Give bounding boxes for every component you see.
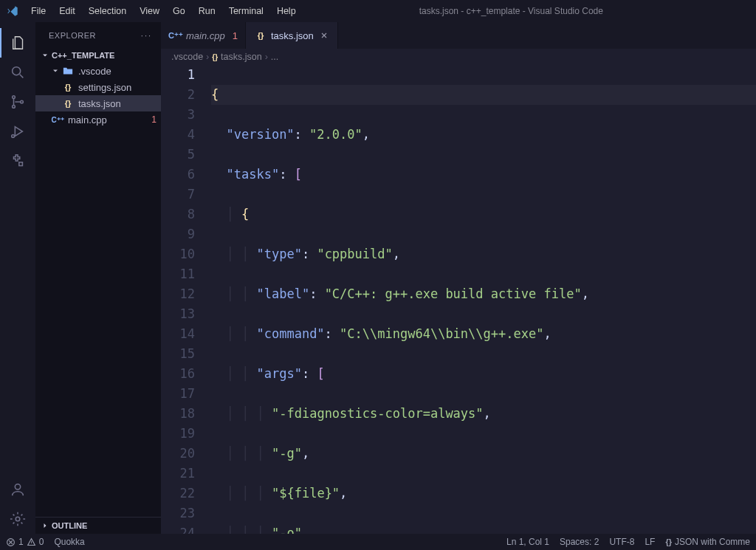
file-label: main.cpp (68, 114, 151, 126)
status-eol[interactable]: LF (645, 537, 655, 547)
run-debug-icon[interactable] (0, 117, 35, 146)
menu-terminal[interactable]: Terminal (223, 3, 269, 19)
line-number: 12 (161, 284, 195, 304)
line-number: 17 (161, 384, 195, 404)
title-bar: File Edit Selection View Go Run Terminal… (0, 0, 756, 22)
json-file-icon: {} (62, 97, 74, 109)
outline-section[interactable]: OUTLINE (35, 517, 161, 534)
status-bar: 1 0 Quokka Ln 1, Col 1 Spaces: 2 UTF-8 L… (0, 534, 756, 550)
menu-view[interactable]: View (134, 3, 165, 19)
extensions-icon[interactable] (0, 146, 35, 176)
file-label: tasks.json (78, 98, 161, 109)
line-number: 5 (161, 145, 195, 165)
line-number: 10 (161, 244, 195, 264)
project-section[interactable]: C++_TEMPLATE (35, 48, 161, 63)
chevron-down-icon (50, 66, 61, 76)
search-icon[interactable] (0, 58, 35, 87)
status-spaces[interactable]: Spaces: 2 (560, 537, 599, 547)
line-number: 13 (161, 304, 195, 324)
json-file-icon: {} (665, 537, 672, 546)
breadcrumb-item[interactable]: .vscode (171, 52, 203, 62)
line-number: 18 (161, 404, 195, 424)
svg-point-0 (13, 67, 21, 75)
line-number: 16 (161, 364, 195, 384)
error-count: 1 (18, 537, 24, 547)
line-number: 15 (161, 344, 195, 364)
vscode-logo-icon (6, 4, 19, 18)
menu-file[interactable]: File (25, 3, 52, 19)
explorer-icon[interactable] (0, 28, 35, 58)
source-control-icon[interactable] (0, 87, 35, 117)
line-number: 3 (161, 105, 195, 125)
warning-count: 0 (39, 537, 44, 547)
explorer-sidebar: EXPLORER ··· C++_TEMPLATE .vscode {} set… (35, 22, 161, 534)
svg-point-1 (13, 96, 16, 99)
line-number: 14 (161, 324, 195, 344)
line-number: 9 (161, 224, 195, 244)
status-encoding[interactable]: UTF-8 (609, 537, 634, 547)
line-number: 23 (161, 503, 195, 523)
status-problems[interactable]: 1 0 (6, 537, 44, 547)
chevron-right-icon: › (265, 52, 268, 62)
json-file-icon: {} (212, 53, 218, 61)
code-editor[interactable]: 1 2 3 4 5 6 7 8 9 10 11 12 13 14 15 16 1… (161, 65, 756, 534)
folder-vscode[interactable]: .vscode (35, 63, 161, 79)
file-tree: .vscode {} settings.json {} tasks.json C… (35, 63, 161, 128)
tab-label: main.cpp (186, 30, 225, 41)
outline-label: OUTLINE (52, 521, 87, 530)
line-gutter: 1 2 3 4 5 6 7 8 9 10 11 12 13 14 15 16 1… (161, 65, 211, 534)
editor-area: C⁺⁺ main.cpp 1 {} tasks.json .vscode › {… (161, 22, 756, 534)
activity-bar (0, 22, 35, 534)
file-tasks-json[interactable]: {} tasks.json (35, 95, 161, 111)
breadcrumb-item[interactable]: ... (271, 52, 278, 62)
status-lncol[interactable]: Ln 1, Col 1 (506, 537, 549, 547)
file-settings-json[interactable]: {} settings.json (35, 79, 161, 95)
json-file-icon: {} (255, 30, 267, 41)
breadcrumbs[interactable]: .vscode › {} tasks.json › ... (161, 49, 756, 65)
line-number: 4 (161, 125, 195, 145)
editor-tabs: C⁺⁺ main.cpp 1 {} tasks.json (161, 22, 756, 49)
folder-label: .vscode (78, 66, 161, 77)
breadcrumb-item[interactable]: tasks.json (221, 52, 262, 62)
file-main-cpp[interactable]: C⁺⁺ main.cpp 1 (35, 111, 161, 128)
chevron-right-icon: › (206, 52, 209, 62)
file-label: settings.json (78, 82, 161, 93)
chevron-down-icon (40, 50, 50, 61)
project-name: C++_TEMPLATE (52, 51, 114, 60)
status-quokka[interactable]: Quokka (54, 537, 84, 547)
language-label: JSON with Comme (675, 537, 750, 547)
explorer-more-icon[interactable]: ··· (141, 31, 152, 40)
line-number: 1 (161, 65, 195, 85)
svg-point-5 (15, 484, 20, 489)
svg-point-4 (12, 135, 15, 138)
line-number: 7 (161, 185, 195, 204)
line-number: 2 (161, 85, 195, 105)
folder-icon (62, 65, 74, 77)
svg-point-2 (13, 106, 16, 109)
svg-point-3 (21, 100, 24, 103)
tab-label: tasks.json (271, 30, 314, 41)
close-icon[interactable] (318, 31, 330, 40)
menu-go[interactable]: Go (167, 3, 191, 19)
line-number: 21 (161, 464, 195, 484)
explorer-title: EXPLORER (49, 31, 96, 40)
menu-edit[interactable]: Edit (53, 3, 81, 19)
status-language[interactable]: {} JSON with Comme (665, 537, 750, 547)
explorer-header: EXPLORER ··· (35, 22, 161, 48)
tab-tasks-json[interactable]: {} tasks.json (246, 22, 338, 49)
menu-selection[interactable]: Selection (83, 3, 132, 19)
window-title: tasks.json - c++_template - Visual Studi… (272, 6, 750, 16)
line-number: 8 (161, 204, 195, 224)
line-number: 11 (161, 264, 195, 284)
code-body[interactable]: { "version": "2.0.0", "tasks": [ │ { │ │… (211, 65, 756, 534)
line-number: 19 (161, 424, 195, 444)
line-number: 24 (161, 523, 195, 534)
cpp-file-icon: C⁺⁺ (52, 114, 63, 126)
cpp-file-icon: C⁺⁺ (170, 30, 182, 41)
menu-run[interactable]: Run (193, 3, 221, 19)
settings-gear-icon[interactable] (0, 504, 35, 534)
tab-main-cpp[interactable]: C⁺⁺ main.cpp 1 (161, 22, 246, 49)
accounts-icon[interactable] (0, 475, 35, 504)
line-number: 22 (161, 484, 195, 503)
line-number: 6 (161, 165, 195, 185)
